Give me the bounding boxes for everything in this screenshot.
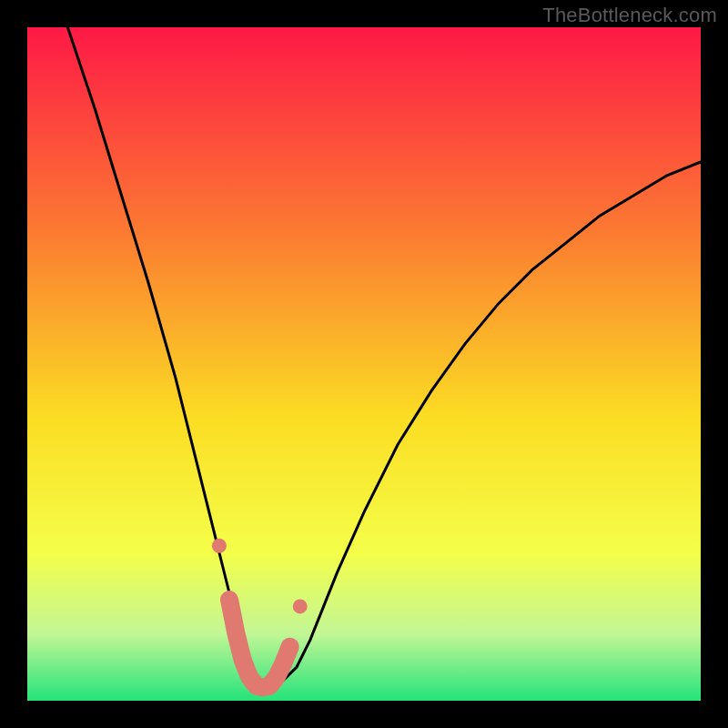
highlight-end-dot (212, 539, 227, 553)
chart-container: TheBottleneck.com (0, 0, 728, 728)
bottleneck-chart (0, 0, 728, 728)
watermark-label: TheBottleneck.com (542, 4, 717, 27)
plot-area (27, 27, 701, 701)
highlight-end-dot (293, 599, 308, 613)
